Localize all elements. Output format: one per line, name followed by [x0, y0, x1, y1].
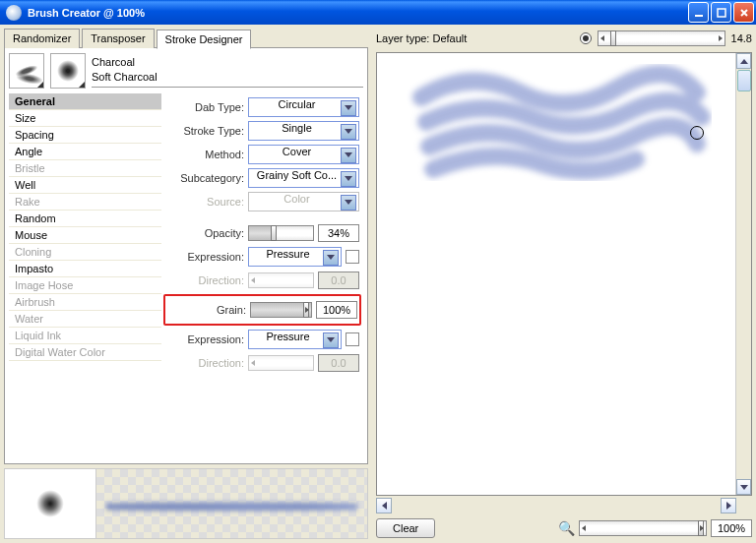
method-label: Method:	[165, 149, 244, 160]
category-item-image-hose: Image Hose	[9, 277, 161, 294]
opacity-slider[interactable]	[248, 225, 314, 241]
layer-radio[interactable]	[580, 32, 592, 44]
dab-type-label: Dab Type:	[165, 101, 244, 113]
horizontal-scrollbar[interactable]	[376, 498, 752, 513]
tab-stroke-designer[interactable]: Stroke Designer	[157, 30, 252, 49]
opacity-value[interactable]: 34%	[318, 224, 359, 242]
category-item-rake: Rake	[9, 194, 161, 211]
zoom-value[interactable]: 100%	[711, 519, 752, 537]
category-item-liquid-ink: Liquid Ink	[9, 328, 161, 344]
category-item-spacing[interactable]: Spacing	[9, 127, 161, 144]
dab-type-select[interactable]: Circular	[248, 97, 359, 117]
direction1-value: 0.0	[318, 272, 359, 289]
grain-value[interactable]: 100%	[316, 301, 357, 319]
brush-category-label: Charcoal	[92, 55, 363, 70]
app-icon	[6, 5, 22, 21]
zoom-slider[interactable]	[579, 520, 707, 536]
window-title: Brush Creator @ 100%	[28, 7, 688, 19]
stroke-type-label: Stroke Type:	[165, 125, 244, 137]
direction2-value: 0.0	[318, 354, 359, 372]
layer-type-label: Layer type: Default	[376, 32, 467, 44]
properties-pane: Dab Type:Circular Stroke Type:Single Met…	[161, 93, 363, 459]
brush-cursor-icon	[690, 126, 704, 140]
stroke-type-select[interactable]: Single	[248, 121, 359, 141]
subcategory-label: Subcategory:	[165, 172, 244, 184]
close-button[interactable]	[733, 2, 754, 23]
source-label: Source:	[165, 196, 244, 208]
expression1-select[interactable]: Pressure	[248, 247, 342, 267]
category-item-random[interactable]: Random	[9, 211, 161, 227]
brush-variant-label: Soft Charcoal	[92, 70, 363, 85]
expression1-invert-checkbox[interactable]	[346, 250, 359, 264]
source-select: Color	[248, 192, 359, 211]
category-item-well[interactable]: Well	[9, 177, 161, 194]
layer-slider[interactable]	[598, 30, 725, 46]
category-item-size[interactable]: Size	[9, 110, 161, 127]
subcategory-select[interactable]: Grainy Soft Co...	[248, 168, 359, 188]
svg-rect-0	[695, 15, 703, 17]
category-item-airbrush: Airbrush	[9, 294, 161, 311]
direction2-label: Direction:	[165, 357, 244, 369]
category-item-general[interactable]: General	[9, 93, 161, 110]
method-select[interactable]: Cover	[248, 145, 359, 164]
category-item-angle[interactable]: Angle	[9, 144, 161, 160]
category-item-bristle: Bristle	[9, 160, 161, 177]
expression2-select[interactable]: Pressure	[248, 330, 342, 349]
category-item-cloning: Cloning	[9, 244, 161, 261]
category-item-digital-water-color: Digital Water Color	[9, 344, 161, 361]
grain-label: Grain:	[167, 304, 246, 316]
category-item-impasto[interactable]: Impasto	[9, 261, 161, 277]
direction1-slider	[248, 272, 314, 288]
tab-transposer[interactable]: Transposer	[82, 29, 154, 48]
brush-category-swatch[interactable]	[9, 53, 44, 89]
titlebar[interactable]: Brush Creator @ 100%	[0, 0, 756, 25]
minimize-button[interactable]	[688, 2, 709, 23]
layer-value: 14.8	[731, 32, 752, 44]
dab-preview	[4, 468, 96, 539]
tab-randomizer[interactable]: Randomizer	[4, 29, 80, 48]
category-item-water: Water	[9, 311, 161, 328]
stroke-preview	[96, 468, 368, 539]
expression1-label: Expression:	[165, 251, 244, 263]
expression2-label: Expression:	[165, 333, 244, 345]
brush-variant-swatch[interactable]	[50, 53, 86, 89]
canvas-preview[interactable]	[376, 52, 752, 496]
direction1-label: Direction:	[165, 274, 244, 286]
category-list: GeneralSizeSpacingAngleBristleWellRakeRa…	[9, 93, 161, 459]
category-item-mouse[interactable]: Mouse	[9, 227, 161, 244]
magnifier-icon: 🔍	[558, 520, 575, 536]
stroke-designer-panel: Charcoal Soft Charcoal GeneralSizeSpacin…	[4, 47, 368, 464]
opacity-label: Opacity:	[165, 227, 244, 239]
svg-rect-1	[718, 9, 725, 17]
grain-highlight: Grain:100%	[163, 294, 361, 326]
maximize-button[interactable]	[711, 2, 731, 23]
expression2-invert-checkbox[interactable]	[346, 332, 359, 346]
clear-button[interactable]: Clear	[376, 518, 435, 538]
direction2-slider	[248, 355, 314, 371]
vertical-scrollbar[interactable]	[735, 53, 751, 495]
grain-slider[interactable]	[250, 302, 312, 318]
